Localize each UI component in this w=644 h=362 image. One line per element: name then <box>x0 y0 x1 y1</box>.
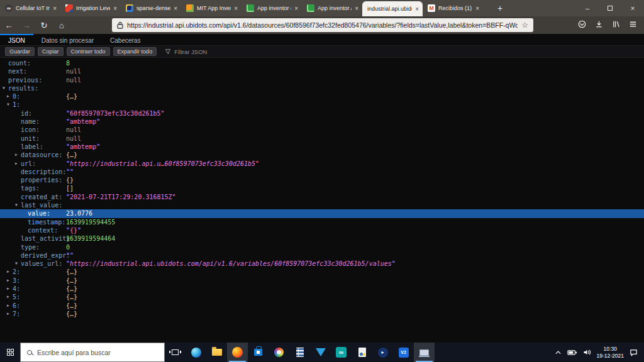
json-row[interactable]: name:"ambtemp" <box>0 118 644 126</box>
paperplane-app-taskbar-button[interactable]: ▸ <box>372 343 393 362</box>
tab-close-icon[interactable]: × <box>415 6 419 13</box>
json-row[interactable]: timestamp:1639919594455 <box>0 218 644 226</box>
collapsed-arrow-icon[interactable]: ▶ <box>15 160 18 168</box>
maximize-button[interactable] <box>599 0 621 16</box>
battery-icon[interactable] <box>567 349 577 356</box>
json-row[interactable]: value:23.0776 <box>0 209 644 217</box>
browser-tab[interactable]: App inventor españo× <box>242 0 302 16</box>
json-row[interactable]: ▼results: <box>0 84 644 92</box>
viewer-tab-json[interactable]: JSON <box>0 34 33 45</box>
collapsed-arrow-icon[interactable]: ▶ <box>7 92 9 101</box>
collapsed-arrow-icon[interactable]: ▶ <box>15 151 18 159</box>
ubidots-infinity-app-taskbar-button[interactable]: ∞ <box>331 343 352 362</box>
tab-close-icon[interactable]: × <box>113 5 117 12</box>
json-row[interactable]: ▶datasource:{…} <box>0 151 644 159</box>
json-row[interactable]: ▶7:{…} <box>0 310 644 318</box>
json-row[interactable]: tags:[] <box>0 184 644 192</box>
expanded-arrow-icon[interactable]: ▼ <box>15 201 18 209</box>
menu-hamburger-icon[interactable] <box>625 20 641 30</box>
collapsed-arrow-icon[interactable]: ▶ <box>7 285 9 293</box>
browser-tab[interactable]: MIT App Inventor× <box>181 0 242 16</box>
expanded-arrow-icon[interactable]: ▼ <box>3 84 5 92</box>
json-row[interactable]: ▼last_value: <box>0 201 644 209</box>
close-button[interactable]: × <box>621 0 644 16</box>
tab-close-icon[interactable]: × <box>174 5 177 12</box>
json-row[interactable]: context:"{}" <box>0 226 644 234</box>
expanded-arrow-icon[interactable]: ▼ <box>15 260 18 268</box>
json-row[interactable]: next:null <box>0 67 644 75</box>
collapsed-arrow-icon[interactable]: ▶ <box>7 310 9 318</box>
json-row[interactable]: previous:null <box>0 76 644 84</box>
firefox-taskbar-button[interactable] <box>227 343 248 362</box>
url-text[interactable]: https://industrial.api.ubidots.com/api/v… <box>127 21 518 29</box>
copiar-button[interactable]: Copiar <box>38 47 64 56</box>
browser-tab[interactable]: Irrigation Level Asse× <box>60 0 121 16</box>
expandir-todo-button[interactable]: Expandir todo <box>113 47 157 56</box>
json-row[interactable]: type:0 <box>0 243 644 251</box>
library-icon[interactable] <box>608 20 625 30</box>
tray-chevron-up-icon[interactable] <box>555 350 562 355</box>
browser-tab[interactable]: App inventor Archiv× <box>302 0 362 16</box>
json-row[interactable]: ▶url:"https://industrial.api.u…60f859707… <box>0 160 644 168</box>
json-row[interactable]: icon:null <box>0 126 644 134</box>
notification-center-icon[interactable] <box>630 349 638 356</box>
paint3d-taskbar-button[interactable] <box>269 343 289 362</box>
collapsed-arrow-icon[interactable]: ▶ <box>7 302 9 310</box>
json-row[interactable]: id:"60f8597073efc33c30d261b5" <box>0 109 644 118</box>
guardar-button[interactable]: Guardar <box>5 47 35 56</box>
new-tab-button[interactable]: + <box>492 0 508 16</box>
calculator-taskbar-button[interactable] <box>289 343 310 362</box>
browser-tab[interactable]: ∞Cellular IoT Irrigatio× <box>0 0 60 16</box>
tab-close-icon[interactable]: × <box>355 5 358 12</box>
screen-mirror-app-taskbar-button[interactable] <box>414 343 435 362</box>
minimize-button[interactable]: – <box>576 0 599 16</box>
json-row[interactable]: count:8 <box>0 59 644 67</box>
json-row[interactable]: unit:null <box>0 134 644 143</box>
json-row[interactable]: derived_expr:"" <box>0 251 644 260</box>
url-bar[interactable]: https://industrial.api.ubidots.com/api/v… <box>112 18 533 32</box>
tab-close-icon[interactable]: × <box>53 5 57 12</box>
collapsed-arrow-icon[interactable]: ▶ <box>7 277 9 285</box>
file-explorer-taskbar-button[interactable] <box>206 343 227 362</box>
json-row[interactable]: ▶5:{…} <box>0 293 644 301</box>
browser-tab[interactable]: industrial.api.ubidots.co× <box>362 1 423 16</box>
tab-close-icon[interactable]: × <box>294 5 298 12</box>
json-row[interactable]: description:"" <box>0 168 644 176</box>
viewer-tab-cabeceras[interactable]: Cabeceras <box>102 34 148 45</box>
clock[interactable]: 10:30 19-12-2021 <box>597 346 624 359</box>
reload-button[interactable]: ↻ <box>35 21 53 30</box>
browser-tab[interactable]: sparse-dense by Fo× <box>121 0 181 16</box>
python-file-app-taskbar-button[interactable] <box>352 343 372 362</box>
pocket-icon[interactable] <box>574 20 591 30</box>
blue-triangle-app-taskbar-button[interactable] <box>310 343 331 362</box>
task-view-taskbar-button[interactable] <box>165 343 186 362</box>
tab-close-icon[interactable]: × <box>475 5 479 12</box>
contraer-todo-button[interactable]: Contraer todo <box>67 47 110 56</box>
start-button[interactable] <box>0 343 20 362</box>
taskbar-search-box[interactable]: Escribe aquí para buscar <box>20 343 165 362</box>
downloads-icon[interactable] <box>591 20 608 30</box>
bookmark-star-icon[interactable]: ☆ <box>521 21 528 30</box>
expanded-arrow-icon[interactable]: ▼ <box>7 101 9 109</box>
json-row[interactable]: last_activity:1639919594464 <box>0 234 644 243</box>
collapsed-arrow-icon[interactable]: ▶ <box>7 268 9 276</box>
json-row[interactable]: ▶2:{…} <box>0 268 644 276</box>
viewer-tab-datos-sin-procesar[interactable]: Datos sin procesar <box>33 34 102 45</box>
home-button[interactable]: ⌂ <box>53 21 70 30</box>
json-row[interactable]: properties:{} <box>0 176 644 184</box>
json-row[interactable]: ▼values_url:"https://industrial.api.ubid… <box>0 260 644 268</box>
json-row[interactable]: label:"ambtemp" <box>0 143 644 151</box>
volume-icon[interactable] <box>583 349 591 356</box>
json-row[interactable]: ▶0:{…} <box>0 92 644 101</box>
ms-store-taskbar-button[interactable] <box>248 343 269 362</box>
json-row[interactable]: ▶6:{…} <box>0 302 644 310</box>
back-button[interactable]: ← <box>0 21 18 30</box>
collapsed-arrow-icon[interactable]: ▶ <box>7 293 9 301</box>
json-row[interactable]: ▶4:{…} <box>0 285 644 293</box>
json-row[interactable]: created_at:"2021-07-21T17:29:20.316815Z" <box>0 193 644 201</box>
browser-tab[interactable]: MRecibidos (1) - igna× <box>423 0 483 16</box>
json-row[interactable]: ▶3:{…} <box>0 277 644 285</box>
json-filter[interactable]: Filtrar JSON <box>165 48 207 55</box>
vnc-viewer-taskbar-button[interactable]: V2 <box>393 343 414 362</box>
tab-close-icon[interactable]: × <box>234 5 238 12</box>
